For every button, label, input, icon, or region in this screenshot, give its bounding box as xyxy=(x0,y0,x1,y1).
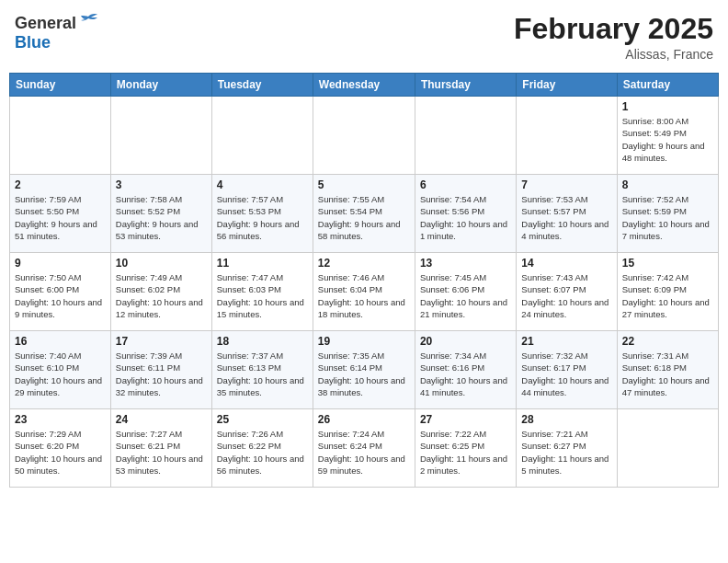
day-number: 20 xyxy=(420,335,511,348)
day-info: Sunrise: 7:49 AM Sunset: 6:02 PM Dayligh… xyxy=(116,271,207,320)
day-info: Sunrise: 7:31 AM Sunset: 6:18 PM Dayligh… xyxy=(622,350,713,398)
month-title: February 2025 xyxy=(514,13,713,45)
calendar-cell xyxy=(517,97,617,175)
calendar-table: SundayMondayTuesdayWednesdayThursdayFrid… xyxy=(9,73,719,488)
day-number: 22 xyxy=(622,335,713,348)
logo-bird-icon xyxy=(78,13,98,33)
calendar-header-wednesday: Wednesday xyxy=(313,74,415,97)
calendar-cell: 7Sunrise: 7:53 AM Sunset: 5:57 PM Daylig… xyxy=(517,175,617,253)
calendar-header-saturday: Saturday xyxy=(617,74,718,97)
calendar-cell xyxy=(211,97,313,175)
day-info: Sunrise: 7:52 AM Sunset: 5:59 PM Dayligh… xyxy=(622,193,713,242)
day-info: Sunrise: 7:39 AM Sunset: 6:11 PM Dayligh… xyxy=(116,350,207,398)
calendar-cell: 28Sunrise: 7:21 AM Sunset: 6:27 PM Dayli… xyxy=(517,409,617,488)
calendar-cell: 17Sunrise: 7:39 AM Sunset: 6:11 PM Dayli… xyxy=(110,331,211,409)
calendar-cell: 15Sunrise: 7:42 AM Sunset: 6:09 PM Dayli… xyxy=(617,253,718,331)
day-number: 4 xyxy=(217,178,308,191)
day-info: Sunrise: 7:46 AM Sunset: 6:04 PM Dayligh… xyxy=(318,271,410,320)
page-header: General Blue February 2025 Alissas, Fran… xyxy=(9,9,719,65)
day-number: 18 xyxy=(217,335,308,348)
day-info: Sunrise: 7:34 AM Sunset: 6:16 PM Dayligh… xyxy=(420,350,511,398)
day-number: 21 xyxy=(521,335,611,348)
calendar-cell: 13Sunrise: 7:45 AM Sunset: 6:06 PM Dayli… xyxy=(415,253,516,331)
calendar-week-0: 1Sunrise: 8:00 AM Sunset: 5:49 PM Daylig… xyxy=(10,97,719,175)
day-number: 28 xyxy=(521,413,611,426)
day-info: Sunrise: 7:26 AM Sunset: 6:22 PM Dayligh… xyxy=(217,428,308,477)
day-info: Sunrise: 7:22 AM Sunset: 6:25 PM Dayligh… xyxy=(420,428,511,477)
day-number: 26 xyxy=(318,413,410,426)
day-number: 16 xyxy=(15,335,106,348)
calendar-cell: 4Sunrise: 7:57 AM Sunset: 5:53 PM Daylig… xyxy=(211,175,313,253)
calendar-cell: 5Sunrise: 7:55 AM Sunset: 5:54 PM Daylig… xyxy=(313,175,415,253)
calendar-cell: 6Sunrise: 7:54 AM Sunset: 5:56 PM Daylig… xyxy=(415,175,516,253)
day-info: Sunrise: 7:59 AM Sunset: 5:50 PM Dayligh… xyxy=(15,193,106,242)
day-number: 13 xyxy=(420,257,511,270)
logo: General Blue xyxy=(15,13,98,52)
calendar-cell xyxy=(617,409,718,488)
day-number: 7 xyxy=(521,178,611,191)
calendar-cell: 9Sunrise: 7:50 AM Sunset: 6:00 PM Daylig… xyxy=(10,253,111,331)
day-number: 1 xyxy=(622,100,713,113)
day-info: Sunrise: 7:53 AM Sunset: 5:57 PM Dayligh… xyxy=(521,193,611,242)
calendar-header-monday: Monday xyxy=(110,74,211,97)
day-number: 14 xyxy=(521,257,611,270)
day-number: 19 xyxy=(318,335,410,348)
calendar-header-friday: Friday xyxy=(517,74,617,97)
calendar-cell: 1Sunrise: 8:00 AM Sunset: 5:49 PM Daylig… xyxy=(617,97,718,175)
day-number: 24 xyxy=(116,413,207,426)
day-number: 25 xyxy=(217,413,308,426)
calendar-week-2: 9Sunrise: 7:50 AM Sunset: 6:00 PM Daylig… xyxy=(10,253,719,331)
day-number: 10 xyxy=(116,257,207,270)
calendar-cell xyxy=(110,97,211,175)
calendar-cell: 10Sunrise: 7:49 AM Sunset: 6:02 PM Dayli… xyxy=(110,253,211,331)
title-section: February 2025 Alissas, France xyxy=(514,13,713,62)
day-info: Sunrise: 7:58 AM Sunset: 5:52 PM Dayligh… xyxy=(116,193,207,242)
day-info: Sunrise: 7:27 AM Sunset: 6:21 PM Dayligh… xyxy=(116,428,207,477)
day-number: 27 xyxy=(420,413,511,426)
calendar-cell: 19Sunrise: 7:35 AM Sunset: 6:14 PM Dayli… xyxy=(313,331,415,409)
calendar-cell: 8Sunrise: 7:52 AM Sunset: 5:59 PM Daylig… xyxy=(617,175,718,253)
day-number: 6 xyxy=(420,178,511,191)
calendar-cell: 26Sunrise: 7:24 AM Sunset: 6:24 PM Dayli… xyxy=(313,409,415,488)
calendar-cell xyxy=(415,97,516,175)
calendar-week-4: 23Sunrise: 7:29 AM Sunset: 6:20 PM Dayli… xyxy=(10,409,719,488)
day-info: Sunrise: 7:21 AM Sunset: 6:27 PM Dayligh… xyxy=(521,428,611,477)
day-info: Sunrise: 7:32 AM Sunset: 6:17 PM Dayligh… xyxy=(521,350,611,398)
calendar-cell: 20Sunrise: 7:34 AM Sunset: 6:16 PM Dayli… xyxy=(415,331,516,409)
day-info: Sunrise: 7:47 AM Sunset: 6:03 PM Dayligh… xyxy=(217,271,308,320)
logo-blue-text: Blue xyxy=(15,33,51,52)
calendar-cell xyxy=(10,97,111,175)
day-number: 5 xyxy=(318,178,410,191)
calendar-header-tuesday: Tuesday xyxy=(211,74,313,97)
day-number: 12 xyxy=(318,257,410,270)
calendar-cell: 21Sunrise: 7:32 AM Sunset: 6:17 PM Dayli… xyxy=(517,331,617,409)
day-info: Sunrise: 7:37 AM Sunset: 6:13 PM Dayligh… xyxy=(217,350,308,398)
calendar-cell: 22Sunrise: 7:31 AM Sunset: 6:18 PM Dayli… xyxy=(617,331,718,409)
calendar-cell xyxy=(313,97,415,175)
day-number: 9 xyxy=(15,257,106,270)
day-number: 3 xyxy=(116,178,207,191)
calendar-header-row: SundayMondayTuesdayWednesdayThursdayFrid… xyxy=(10,74,719,97)
calendar-header-sunday: Sunday xyxy=(10,74,111,97)
logo-general-text: General xyxy=(15,14,76,33)
day-number: 11 xyxy=(217,257,308,270)
day-info: Sunrise: 7:40 AM Sunset: 6:10 PM Dayligh… xyxy=(15,350,106,398)
calendar-cell: 2Sunrise: 7:59 AM Sunset: 5:50 PM Daylig… xyxy=(10,175,111,253)
calendar-cell: 12Sunrise: 7:46 AM Sunset: 6:04 PM Dayli… xyxy=(313,253,415,331)
day-info: Sunrise: 7:35 AM Sunset: 6:14 PM Dayligh… xyxy=(318,350,410,398)
calendar-cell: 16Sunrise: 7:40 AM Sunset: 6:10 PM Dayli… xyxy=(10,331,111,409)
day-info: Sunrise: 7:54 AM Sunset: 5:56 PM Dayligh… xyxy=(420,193,511,242)
day-number: 17 xyxy=(116,335,207,348)
day-info: Sunrise: 7:43 AM Sunset: 6:07 PM Dayligh… xyxy=(521,271,611,320)
calendar-week-1: 2Sunrise: 7:59 AM Sunset: 5:50 PM Daylig… xyxy=(10,175,719,253)
day-info: Sunrise: 7:50 AM Sunset: 6:00 PM Dayligh… xyxy=(15,271,106,320)
calendar-cell: 18Sunrise: 7:37 AM Sunset: 6:13 PM Dayli… xyxy=(211,331,313,409)
calendar-week-3: 16Sunrise: 7:40 AM Sunset: 6:10 PM Dayli… xyxy=(10,331,719,409)
calendar-cell: 24Sunrise: 7:27 AM Sunset: 6:21 PM Dayli… xyxy=(110,409,211,488)
calendar-cell: 3Sunrise: 7:58 AM Sunset: 5:52 PM Daylig… xyxy=(110,175,211,253)
calendar-cell: 14Sunrise: 7:43 AM Sunset: 6:07 PM Dayli… xyxy=(517,253,617,331)
location-text: Alissas, France xyxy=(514,47,713,62)
calendar-header-thursday: Thursday xyxy=(415,74,516,97)
day-number: 2 xyxy=(15,178,106,191)
day-number: 23 xyxy=(15,413,106,426)
